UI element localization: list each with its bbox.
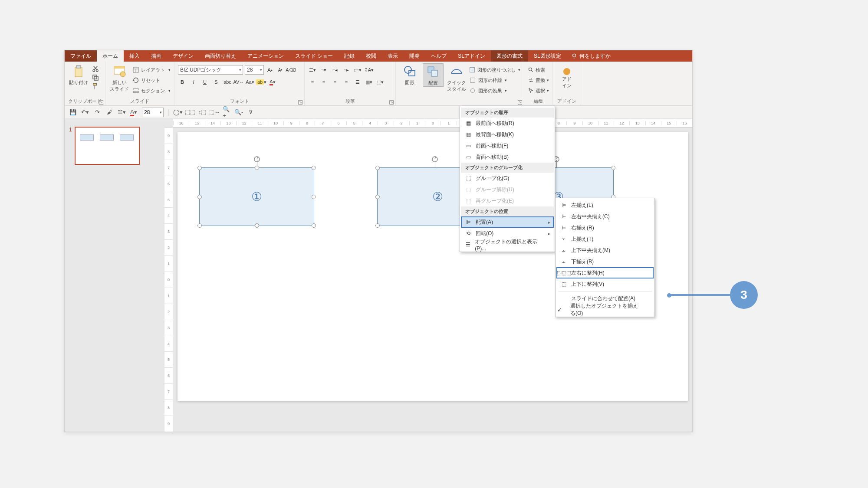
bullets-button[interactable]: ☰▾: [308, 66, 317, 74]
resize-handle[interactable]: [197, 166, 202, 170]
select-button[interactable]: 選択▾: [528, 86, 549, 95]
numbering-button[interactable]: ≡▾: [319, 66, 328, 74]
drawing-dialog-launcher[interactable]: ↘: [518, 100, 522, 105]
qat-font-size[interactable]: 28: [142, 108, 164, 117]
shadow-button[interactable]: abc: [223, 78, 232, 86]
tab-draw[interactable]: 描画: [145, 50, 167, 62]
tab-transitions[interactable]: 画面切り替え: [199, 50, 242, 62]
menu-bring-forward[interactable]: ▭前面へ移動(F): [461, 140, 554, 151]
align-center-button[interactable]: ≡: [319, 78, 328, 86]
resize-handle[interactable]: [197, 223, 202, 228]
columns-button[interactable]: ▥▾: [365, 78, 373, 86]
new-slide-button[interactable]: 新しい スライド: [109, 63, 130, 92]
font-size-combo[interactable]: 28: [245, 65, 264, 75]
group-qat-icon[interactable]: ⬚⬚: [186, 108, 194, 116]
decrease-indent-button[interactable]: ≡◂: [331, 66, 339, 74]
font-color-qat-icon[interactable]: A▾: [130, 108, 138, 116]
submenu-align-bottom[interactable]: ⫠下揃え(B): [556, 256, 654, 267]
menu-selection-pane[interactable]: ☰オブジェクトの選択と表示(P)...: [461, 239, 554, 250]
tab-design[interactable]: デザイン: [167, 50, 199, 62]
menu-align[interactable]: ⊫配置(A)▸: [461, 216, 554, 228]
submenu-distribute-vertical[interactable]: ⬚上下に整列(V): [556, 278, 654, 290]
highlight-button[interactable]: ab▾: [257, 78, 266, 86]
resize-handle[interactable]: [312, 166, 316, 170]
rotate-handle-icon[interactable]: [253, 152, 261, 160]
font-dialog-launcher[interactable]: ↘: [298, 100, 302, 105]
paragraph-dialog-launcher[interactable]: ↘: [389, 100, 394, 105]
tab-home[interactable]: ホーム: [97, 50, 124, 62]
italic-button[interactable]: I: [189, 78, 198, 86]
save-icon[interactable]: 💾: [69, 108, 77, 116]
distributed-button[interactable]: ☰: [353, 78, 362, 86]
replace-button[interactable]: 置換▾: [528, 75, 549, 85]
bold-button[interactable]: B: [178, 78, 187, 86]
rotate-handle-icon[interactable]: [431, 152, 439, 160]
undo-icon[interactable]: ↶▾: [81, 108, 89, 116]
shape-effects-button[interactable]: 図形の効果▾: [470, 86, 520, 95]
zoom-out-icon[interactable]: 🔍-: [235, 108, 243, 116]
text-direction-button[interactable]: ↧A▾: [365, 66, 373, 74]
justify-button[interactable]: ≡: [342, 78, 351, 86]
format-painter-qat-icon[interactable]: 🖌: [105, 108, 113, 116]
submenu-align-top[interactable]: ⫟上揃え(T): [556, 233, 654, 245]
tab-insert[interactable]: 挿入: [124, 50, 145, 62]
tab-help[interactable]: ヘルプ: [425, 50, 452, 62]
menu-send-to-back[interactable]: ▦最背面へ移動(K): [461, 129, 554, 140]
font-color-button[interactable]: A▾: [268, 78, 277, 86]
tab-record[interactable]: 記録: [339, 50, 360, 62]
clear-format-icon[interactable]: A⌫: [286, 66, 295, 74]
resize-handle[interactable]: [375, 166, 380, 170]
submenu-align-center-h[interactable]: ⊩左右中央揃え(C): [556, 211, 654, 222]
resize-handle[interactable]: [312, 195, 316, 199]
arrange-button[interactable]: 配置: [423, 63, 444, 87]
align-qat-icon[interactable]: ↕⬚: [198, 108, 206, 116]
resize-handle[interactable]: [197, 195, 202, 199]
resize-handle[interactable]: [312, 223, 316, 228]
submenu-align-middle-v[interactable]: ⫠上下中央揃え(M): [556, 245, 654, 256]
menu-send-backward[interactable]: ▭背面へ移動(B): [461, 151, 554, 163]
list-icon[interactable]: ☱▾: [118, 108, 125, 116]
tell-me-search[interactable]: 何をしますか: [567, 50, 615, 62]
tab-file[interactable]: ファイル: [65, 50, 97, 62]
quick-styles-button[interactable]: クイック スタイル: [446, 63, 467, 92]
menu-bring-to-front[interactable]: ▦最前面へ移動(R): [461, 118, 554, 129]
shape-qat-icon[interactable]: ◯▾: [174, 108, 182, 116]
menu-group[interactable]: ⬚グループ化(G): [461, 173, 554, 184]
submenu-align-right[interactable]: ⊨右揃え(R): [556, 222, 654, 233]
copy-icon[interactable]: [92, 74, 99, 82]
shapes-button[interactable]: 図形: [399, 63, 420, 86]
submenu-align-left[interactable]: ⊫左揃え(L): [556, 200, 654, 211]
resize-handle[interactable]: [255, 223, 259, 228]
underline-button[interactable]: U: [201, 78, 209, 86]
smartxart-button[interactable]: ⬚▾: [376, 78, 385, 86]
clipboard-dialog-launcher[interactable]: ↘: [99, 100, 103, 105]
menu-rotate[interactable]: ⟲回転(O)▸: [461, 228, 554, 239]
align-left-button[interactable]: ≡: [308, 78, 317, 86]
increase-font-icon[interactable]: A▴: [266, 66, 274, 74]
cut-icon[interactable]: [92, 65, 99, 73]
paste-button[interactable]: 貼り付け: [68, 63, 89, 86]
tab-sl-shape-settings[interactable]: SL図形設定: [528, 50, 567, 62]
format-painter-icon[interactable]: [92, 82, 99, 90]
section-button[interactable]: セクション▾: [132, 86, 171, 95]
submenu-distribute-horizontal[interactable]: ⬚⬚⬚左右に整列(H): [556, 267, 654, 278]
tab-view[interactable]: 表示: [382, 50, 404, 62]
resize-handle[interactable]: [611, 166, 615, 170]
tab-slideshow[interactable]: スライド ショー: [289, 50, 339, 62]
redo-icon[interactable]: ↷: [93, 108, 101, 116]
slide-thumbnail-1[interactable]: [75, 127, 140, 165]
tab-shape-format[interactable]: 図形の書式: [491, 50, 528, 62]
change-case-button[interactable]: Aa▾: [246, 78, 254, 86]
qat-overflow-icon[interactable]: ⊽: [247, 108, 255, 116]
resize-handle[interactable]: [255, 166, 259, 170]
tab-sladdin[interactable]: SLアドイン: [452, 50, 491, 62]
submenu-align-selected[interactable]: ✓選択したオブジェクトを揃える(O): [556, 304, 654, 315]
shape-fill-button[interactable]: 図形の塗りつぶし▾: [470, 65, 520, 75]
find-button[interactable]: 検索: [528, 65, 545, 75]
reset-button[interactable]: リセット: [132, 75, 171, 85]
addins-button[interactable]: アド イン: [556, 63, 577, 89]
size-qat-icon[interactable]: ⬚↔: [210, 108, 218, 116]
line-spacing-button[interactable]: ↕≡▾: [353, 66, 362, 74]
tab-review[interactable]: 校閲: [360, 50, 382, 62]
layout-button[interactable]: レイアウト▾: [132, 65, 171, 75]
